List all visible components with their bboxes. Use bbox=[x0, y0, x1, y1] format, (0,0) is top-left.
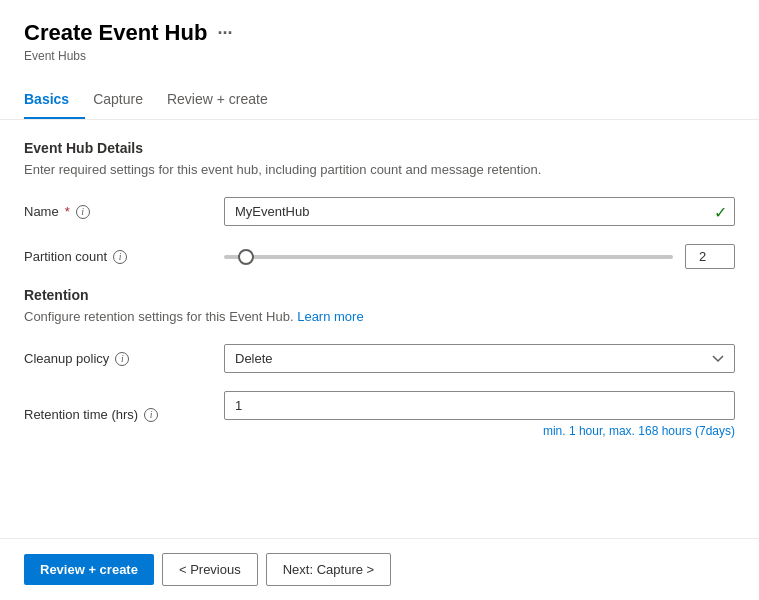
required-star: * bbox=[65, 204, 70, 219]
cleanup-policy-row: Cleanup policy i Delete Compact Compact … bbox=[24, 344, 735, 373]
event-hub-details-desc: Enter required settings for this event h… bbox=[24, 162, 735, 177]
name-control: ✓ bbox=[224, 197, 735, 226]
learn-more-link[interactable]: Learn more bbox=[297, 309, 363, 324]
partition-count-label-text: Partition count bbox=[24, 249, 107, 264]
partition-count-row: Partition count i bbox=[24, 244, 735, 269]
main-content: Event Hub Details Enter required setting… bbox=[0, 120, 759, 538]
cleanup-policy-label-text: Cleanup policy bbox=[24, 351, 109, 366]
name-check-icon: ✓ bbox=[714, 202, 727, 221]
cleanup-policy-label: Cleanup policy i bbox=[24, 351, 224, 366]
review-create-button[interactable]: Review + create bbox=[24, 554, 154, 585]
tab-basics[interactable]: Basics bbox=[24, 81, 85, 119]
retention-desc: Configure retention settings for this Ev… bbox=[24, 309, 735, 324]
name-info-icon[interactable]: i bbox=[76, 205, 90, 219]
partition-count-info-icon[interactable]: i bbox=[113, 250, 127, 264]
page-subtitle: Event Hubs bbox=[24, 49, 735, 63]
partition-count-control bbox=[224, 244, 735, 269]
previous-button[interactable]: < Previous bbox=[162, 553, 258, 586]
name-label: Name * i bbox=[24, 204, 224, 219]
ellipsis-icon[interactable]: ··· bbox=[217, 23, 232, 44]
event-hub-details-section: Event Hub Details Enter required setting… bbox=[24, 140, 735, 269]
cleanup-policy-control: Delete Compact Compact and Delete bbox=[224, 344, 735, 373]
name-row: Name * i ✓ bbox=[24, 197, 735, 226]
retention-time-label: Retention time (hrs) i bbox=[24, 407, 224, 422]
cleanup-policy-select[interactable]: Delete Compact Compact and Delete bbox=[224, 344, 735, 373]
tab-capture[interactable]: Capture bbox=[93, 81, 159, 119]
retention-time-control: min. 1 hour, max. 168 hours (7days) bbox=[224, 391, 735, 438]
next-capture-button[interactable]: Next: Capture > bbox=[266, 553, 391, 586]
name-label-text: Name bbox=[24, 204, 59, 219]
partition-count-label: Partition count i bbox=[24, 249, 224, 264]
slider-container bbox=[224, 244, 735, 269]
retention-section: Retention Configure retention settings f… bbox=[24, 287, 735, 438]
retention-title: Retention bbox=[24, 287, 735, 303]
partition-count-slider[interactable] bbox=[224, 255, 673, 259]
retention-desc-text: Configure retention settings for this Ev… bbox=[24, 309, 294, 324]
retention-time-input[interactable] bbox=[224, 391, 735, 420]
name-input-wrapper: ✓ bbox=[224, 197, 735, 226]
retention-time-label-text: Retention time (hrs) bbox=[24, 407, 138, 422]
event-hub-details-title: Event Hub Details bbox=[24, 140, 735, 156]
name-input[interactable] bbox=[224, 197, 735, 226]
retention-time-hint: min. 1 hour, max. 168 hours (7days) bbox=[224, 424, 735, 438]
footer: Review + create < Previous Next: Capture… bbox=[0, 538, 759, 600]
page-title: Create Event Hub bbox=[24, 20, 207, 46]
retention-time-row: Retention time (hrs) i min. 1 hour, max.… bbox=[24, 391, 735, 438]
cleanup-policy-info-icon[interactable]: i bbox=[115, 352, 129, 366]
retention-time-info-icon[interactable]: i bbox=[144, 408, 158, 422]
partition-count-value-input[interactable] bbox=[685, 244, 735, 269]
tab-bar: Basics Capture Review + create bbox=[0, 81, 759, 120]
tab-review-create[interactable]: Review + create bbox=[167, 81, 284, 119]
